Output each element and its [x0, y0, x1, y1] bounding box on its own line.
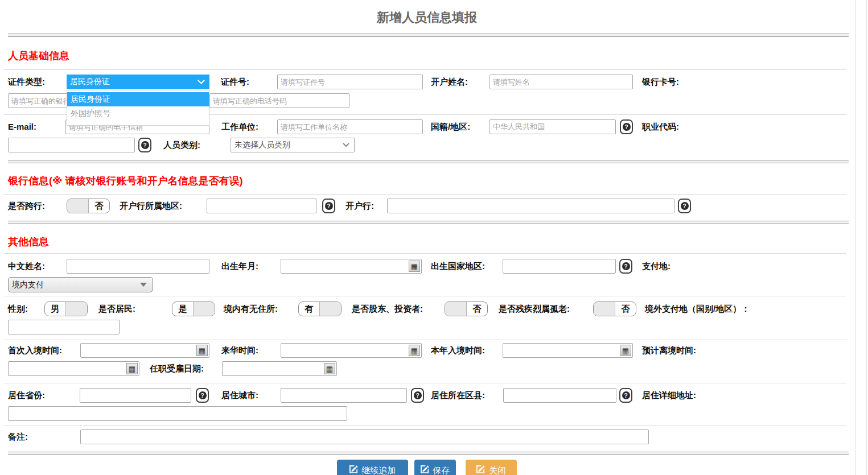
calendar-icon[interactable]: ▦: [409, 261, 420, 272]
resident-toggle[interactable]: 是: [172, 301, 215, 316]
work-unit-input[interactable]: [277, 119, 423, 134]
edit-icon: [349, 465, 358, 475]
province-input[interactable]: [80, 388, 191, 403]
bank-card-label: 银行卡号:: [642, 75, 679, 89]
cert-no-input[interactable]: [277, 75, 423, 89]
work-unit-label: 工作单位:: [221, 119, 258, 134]
calendar-icon[interactable]: ▦: [126, 363, 138, 374]
edit-icon: [421, 465, 429, 475]
help-icon[interactable]: ?: [196, 388, 209, 403]
divider: [4, 253, 846, 254]
nationality-label: 国籍/地区:: [431, 119, 470, 134]
phone-input[interactable]: [209, 93, 349, 108]
bank-region-label: 开户行所属地区:: [120, 199, 182, 213]
gender-toggle[interactable]: 男: [44, 301, 88, 316]
remark-input[interactable]: [80, 429, 649, 444]
divider: [4, 296, 846, 296]
toggle-value: 男: [45, 302, 65, 316]
toggle-knob: [65, 302, 87, 316]
chinese-name-label: 中文姓名:: [8, 259, 45, 274]
help-icon[interactable]: ?: [678, 199, 691, 213]
help-icon[interactable]: ?: [619, 259, 632, 274]
address-label: 居住详细地址:: [642, 388, 696, 403]
nationality-input[interactable]: [489, 119, 616, 134]
province-label: 居住省份:: [8, 388, 45, 403]
pay-place-select[interactable]: 境内支付: [8, 277, 153, 292]
county-label: 居住所在区县:: [431, 388, 485, 403]
departure-label: 预计离境时间:: [642, 343, 696, 358]
person-type-value: 未选择人员类别: [235, 140, 290, 150]
help-icon[interactable]: ?: [619, 388, 632, 403]
pay-place-label: 支付地:: [642, 259, 670, 274]
dropdown-option-selected[interactable]: 居民身份证: [67, 92, 209, 106]
cross-bank-label: 是否跨行:: [8, 199, 45, 213]
scrollbar-track[interactable]: [855, 0, 855, 475]
continue-add-button[interactable]: 继续追加: [337, 460, 408, 475]
birth-date-input[interactable]: ▦: [281, 259, 422, 274]
bank-name-label: 开户行:: [345, 199, 374, 213]
county-input[interactable]: [503, 388, 616, 403]
page-title: 新增人员信息填报: [0, 9, 854, 26]
occupation-input[interactable]: [8, 138, 135, 152]
toggle-value: 否: [89, 199, 109, 213]
toggle-knob: [594, 302, 615, 316]
disabled-label: 是否残疾烈属孤老:: [499, 301, 570, 316]
disabled-toggle[interactable]: 否: [593, 301, 636, 316]
first-entry-input[interactable]: ▦: [80, 343, 209, 358]
divider: [8, 452, 849, 455]
close-button[interactable]: 关闭: [466, 460, 517, 475]
account-name-input[interactable]: [489, 75, 633, 89]
year-entry-input[interactable]: ▦: [503, 343, 633, 358]
cert-type-value: 居民身份证: [70, 77, 110, 87]
scrollbar-edge: [866, 0, 867, 475]
shareholder-toggle[interactable]: 否: [445, 301, 488, 316]
bank-name-input[interactable]: [387, 199, 674, 213]
section-title-other: 其他信息: [8, 235, 49, 249]
year-entry-label: 本年入境时间:: [431, 343, 485, 358]
departure-input[interactable]: ▦: [8, 361, 139, 376]
calendar-icon[interactable]: ▦: [324, 363, 335, 374]
residence-label: 境内有无住所:: [224, 301, 278, 316]
toggle-knob: [193, 302, 215, 316]
cross-bank-toggle[interactable]: 否: [67, 199, 110, 213]
chinese-name-input[interactable]: [67, 259, 209, 274]
toggle-knob: [67, 199, 89, 213]
save-button[interactable]: 保存: [414, 460, 456, 475]
city-input[interactable]: [281, 388, 407, 403]
person-type-label: 人员类别:: [163, 138, 200, 152]
divider: [4, 340, 846, 340]
chevron-down-icon: [198, 80, 205, 85]
cert-type-dropdown: 居民身份证 外国护照号: [67, 90, 209, 126]
help-icon[interactable]: ?: [620, 119, 633, 134]
residence-toggle[interactable]: 有: [298, 301, 342, 316]
person-type-select[interactable]: 未选择人员类别: [231, 138, 355, 152]
add-person-form: 新增人员信息填报 人员基础信息 证件类型: 居民身份证 证件号: 开户姓名: 银…: [0, 0, 868, 475]
bank-region-input[interactable]: [207, 199, 316, 213]
arrival-label: 来华时间:: [221, 343, 258, 358]
pay-place-value: 境内支付: [12, 280, 44, 290]
section-title-basic: 人员基础信息: [8, 49, 69, 63]
remark-label: 备注:: [8, 429, 28, 444]
help-icon[interactable]: ?: [322, 199, 335, 213]
employment-input[interactable]: ▦: [222, 361, 337, 376]
calendar-icon[interactable]: ▦: [196, 345, 208, 356]
cert-type-select[interactable]: 居民身份证: [67, 75, 209, 89]
occupation-label: 职业代码:: [642, 119, 679, 134]
calendar-icon[interactable]: ▦: [620, 345, 631, 356]
arrival-input[interactable]: ▦: [281, 343, 422, 358]
first-entry-label: 首次入境时间:: [8, 343, 62, 358]
birth-date-label: 出生年月:: [221, 259, 258, 274]
address-input[interactable]: [8, 406, 347, 421]
toggle-value: 是: [172, 302, 193, 316]
divider: [4, 69, 846, 70]
divider: [8, 221, 849, 224]
toggle-value: 否: [615, 302, 636, 316]
birth-country-input[interactable]: [503, 259, 616, 274]
dropdown-option[interactable]: 外国护照号: [67, 106, 209, 121]
chevron-down-icon: [140, 283, 147, 287]
help-icon[interactable]: ?: [411, 388, 424, 403]
edit-icon: [476, 465, 485, 475]
calendar-icon[interactable]: ▦: [409, 345, 420, 356]
help-icon[interactable]: ?: [138, 138, 151, 152]
overseas-pay-input[interactable]: [8, 320, 120, 334]
